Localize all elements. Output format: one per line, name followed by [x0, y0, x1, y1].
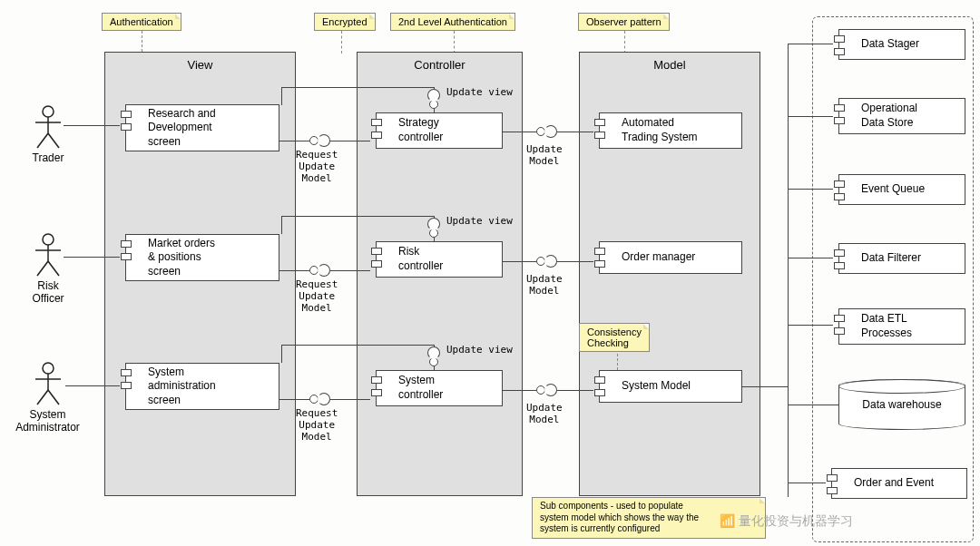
socket-c1m1 [544, 125, 557, 138]
component-etl-label: Data ETL Processes [861, 312, 912, 340]
line-trader-view [64, 125, 120, 126]
component-mop-label: Market orders & positions screen [148, 237, 215, 279]
component-event-queue-label: Event Queue [861, 182, 925, 197]
conn-v3c3-req2 [330, 399, 370, 400]
component-ats: Automated Trading System [599, 112, 742, 149]
note-line-2auth [454, 31, 455, 54]
actor-risk-officer: Risk Officer [7, 232, 89, 305]
note-authentication-text: Authentication [110, 16, 173, 27]
component-order-manager: Order manager [599, 241, 742, 274]
svg-line-4 [48, 133, 59, 148]
actor-sys-admin-label: System Administrator [0, 408, 95, 434]
note-encrypted-text: Encrypted [322, 16, 368, 27]
uv2-down [281, 216, 282, 234]
conn-c2m2b [557, 261, 593, 262]
actor-trader-label: Trader [7, 151, 89, 164]
component-data-stager: Data Stager [838, 29, 965, 60]
note-consistency: Consistency Checking [579, 323, 650, 352]
package-view-title: View [105, 53, 295, 77]
line-to-eq [788, 189, 833, 190]
stick-figure-icon [30, 232, 66, 278]
uv1-down [281, 87, 282, 105]
uv3-down [281, 345, 282, 363]
line-risk-view [64, 257, 120, 258]
component-data-stager-label: Data Stager [861, 37, 919, 52]
component-order-event: Order and Event [831, 468, 967, 499]
component-sys-model-label: System Model [622, 379, 691, 394]
stick-figure-icon [30, 104, 66, 150]
conn-c1m1 [503, 132, 536, 132]
note-second-auth: 2nd Level Authentication [390, 13, 515, 31]
line-sysmodel-right [742, 386, 788, 387]
component-mop-screen: Market orders & positions screen [125, 234, 279, 281]
conn-v2c2-req [279, 270, 309, 271]
conn-c2m2 [503, 261, 536, 262]
component-rd-label: Research and Development screen [148, 107, 216, 150]
line-to-etl [788, 325, 833, 326]
component-strategy-controller: Strategy controller [376, 112, 503, 149]
component-system-model: System Model [599, 370, 742, 403]
component-system-label: System controller [398, 374, 443, 402]
conn-v3c3-req [279, 399, 309, 400]
label-uv2: Update view [446, 215, 513, 227]
uv1-top [281, 87, 434, 88]
svg-line-9 [48, 261, 59, 276]
conn-v1c1-req2 [330, 141, 370, 141]
uv2-top [281, 216, 434, 217]
note-subcomponents-text: Sub components - used to populate system… [540, 501, 699, 533]
label-req1: Request Update Model [296, 149, 338, 184]
note-line-enc [341, 31, 342, 54]
cylinder-data-warehouse: Data warehouse [838, 379, 965, 430]
component-order-mgr-label: Order manager [622, 250, 695, 265]
component-ods: Operational Data Store [838, 98, 965, 134]
component-sysadmin-label: System administration screen [148, 366, 216, 408]
actor-trader: Trader [7, 104, 89, 164]
component-rd-screen: Research and Development screen [125, 104, 279, 151]
warehouse-label: Data warehouse [862, 398, 941, 411]
component-etl: Data ETL Processes [838, 308, 965, 345]
actor-sys-admin: System Administrator [0, 361, 95, 434]
note-line-consistency [617, 354, 618, 370]
component-ods-label: Operational Data Store [861, 102, 917, 130]
svg-line-13 [37, 390, 48, 405]
watermark: 📶 量化投资与机器学习 [720, 513, 853, 530]
component-sysadmin-screen: System administration screen [125, 363, 279, 410]
watermark-text: 量化投资与机器学习 [739, 513, 853, 528]
socket-v1c1 [318, 134, 330, 147]
note-observer: Observer pattern [578, 13, 670, 31]
conn-v2c2-req2 [330, 270, 370, 271]
label-um1: Update Model [526, 143, 563, 167]
component-data-filterer: Data Filterer [838, 243, 965, 274]
socket-c2m2 [544, 255, 557, 268]
line-to-orderevent [788, 483, 826, 483]
conn-c1m1b [557, 132, 593, 132]
socket-uv3 [427, 346, 440, 359]
line-to-stager [788, 44, 833, 44]
line-admin-view [65, 385, 120, 386]
svg-line-14 [48, 390, 59, 405]
svg-line-3 [37, 133, 48, 148]
component-order-event-label: Order and Event [854, 476, 934, 491]
stick-figure-icon [30, 361, 66, 406]
conn-v1c1-req [279, 141, 309, 141]
note-observer-text: Observer pattern [586, 16, 662, 27]
note-second-auth-text: 2nd Level Authentication [398, 16, 507, 27]
note-encrypted: Encrypted [314, 13, 376, 31]
note-line-observer [624, 31, 625, 54]
component-event-queue: Event Queue [838, 174, 965, 205]
socket-c3m3 [544, 384, 557, 396]
conn-c3m3b [557, 390, 593, 391]
note-authentication: Authentication [102, 13, 181, 31]
package-model-title: Model [580, 53, 760, 77]
socket-v3c3 [318, 393, 330, 405]
component-data-filterer-label: Data Filterer [861, 251, 921, 266]
note-consistency-text: Consistency Checking [587, 327, 642, 348]
socket-v2c2 [318, 264, 330, 277]
line-to-filterer [788, 258, 833, 258]
right-container [812, 16, 974, 542]
package-controller-title: Controller [358, 53, 522, 77]
svg-point-0 [43, 106, 54, 117]
component-ats-label: Automated Trading System [622, 116, 698, 144]
label-um2: Update Model [526, 273, 563, 297]
component-system-controller: System controller [376, 370, 503, 406]
